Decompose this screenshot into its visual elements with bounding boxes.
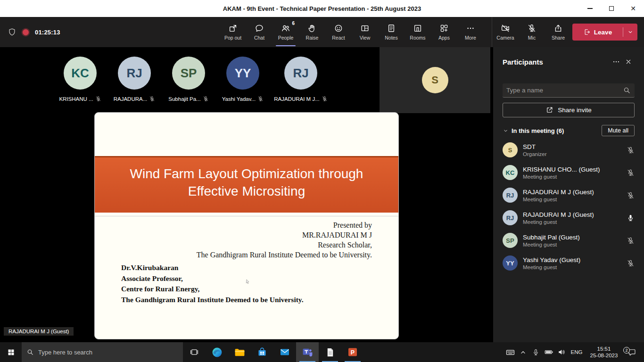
share-invite-label: Share invite (558, 107, 591, 114)
participant-role: Meeting guest (523, 242, 627, 247)
edge-icon (211, 346, 223, 358)
more-button[interactable]: More (457, 17, 484, 47)
panel-close-button[interactable] (622, 56, 635, 68)
button-label: Rooms (410, 35, 425, 41)
task-view-icon (190, 347, 199, 357)
mic-muted-icon[interactable] (627, 146, 635, 154)
button-label: Notes (385, 35, 397, 41)
participant-row[interactable]: KC KRISHANU CHO... (Guest) Meeting guest (503, 161, 635, 184)
participant-search[interactable] (503, 83, 635, 98)
file-explorer-icon (234, 346, 246, 358)
leave-options-button[interactable] (623, 29, 637, 35)
button-label: Share (552, 35, 565, 41)
view-button[interactable]: View (352, 17, 378, 47)
edge-button[interactable] (206, 342, 228, 362)
document-app-button[interactable] (319, 342, 341, 362)
react-button[interactable]: React (325, 17, 352, 47)
panel-more-button[interactable] (610, 56, 622, 68)
microphone-icon (532, 348, 540, 356)
teams-button[interactable] (296, 342, 319, 362)
notification-badge: 2 (623, 347, 630, 354)
touch-keyboard-button[interactable] (504, 342, 517, 362)
mic-button[interactable]: Mic (519, 17, 545, 47)
participant-tile[interactable]: KC KRISHANU ... (53, 52, 107, 102)
avatar: RJ (284, 57, 317, 90)
mic-muted-icon[interactable] (627, 169, 635, 177)
raise-hand-button[interactable]: Raise (299, 17, 325, 47)
avatar: YY (503, 255, 518, 271)
clock[interactable]: 15:51 25-08-2023 (586, 346, 622, 359)
participant-row[interactable]: RJ RAJADURAI M J (Guest) Meeting guest (503, 184, 635, 206)
participant-name: RAJADURAI M J (Guest) (523, 189, 627, 196)
minimize-button[interactable] (579, 0, 601, 17)
avatar: S (422, 67, 448, 93)
popout-icon (228, 24, 238, 33)
recording-icon (23, 29, 29, 35)
teams-icon (302, 346, 314, 358)
avatar: KC (64, 57, 97, 90)
participant-role: Meeting guest (523, 219, 627, 225)
volume-button[interactable] (555, 342, 568, 362)
participant-name: SDT (523, 143, 627, 150)
participant-row[interactable]: SP Subhajit Pal (Guest) Meeting guest (503, 229, 635, 252)
in-meeting-section-label[interactable]: In this meeting (6) (512, 127, 564, 134)
slide-presented-by-block: Presented by MR.RAJADURAI M J Research S… (197, 220, 372, 260)
store-button[interactable] (251, 342, 273, 362)
mic-muted-icon (257, 96, 264, 102)
mute-all-button[interactable]: Mute all (602, 125, 635, 136)
battery-button[interactable] (542, 342, 555, 362)
mouse-cursor (245, 279, 251, 285)
leave-button[interactable]: Leave (572, 24, 637, 41)
participant-tile[interactable]: YY Yashi Yadav... (216, 52, 270, 102)
slide-title-banner: Wind Farm Layout Optimization through Ef… (95, 156, 398, 213)
people-button[interactable]: 6 People (272, 17, 299, 47)
mic-muted-icon[interactable] (627, 237, 635, 245)
participant-row[interactable]: S SDT Organizer (503, 139, 635, 161)
tray-mic-button[interactable] (529, 342, 542, 362)
powerpoint-button[interactable]: P (341, 342, 364, 362)
participant-name: Yashi Yadav... (222, 96, 256, 102)
share-button[interactable]: Share (545, 17, 571, 47)
show-hidden-icons-button[interactable] (517, 342, 529, 362)
participant-tile[interactable]: RJ RAJADURA... (107, 52, 161, 102)
taskbar-search-input[interactable] (38, 349, 178, 356)
section-chevron-icon[interactable] (503, 128, 509, 134)
chat-button[interactable]: Chat (246, 17, 272, 47)
action-center-button[interactable]: 2 (622, 348, 641, 357)
windows-logo-icon (7, 348, 15, 356)
participant-search-input[interactable] (506, 87, 623, 94)
notes-icon (387, 24, 396, 33)
battery-icon (544, 347, 553, 357)
mic-off-icon (527, 24, 537, 33)
taskbar-search[interactable] (22, 342, 183, 362)
camera-button[interactable]: Camera (492, 17, 519, 47)
rooms-button[interactable]: Rooms (405, 17, 431, 47)
mic-muted-icon[interactable] (627, 259, 635, 267)
apps-button[interactable]: Apps (431, 17, 457, 47)
button-label: React (332, 35, 345, 41)
mail-button[interactable] (273, 342, 296, 362)
file-explorer-button[interactable] (228, 342, 251, 362)
task-view-button[interactable] (183, 342, 206, 362)
maximize-button[interactable] (601, 0, 622, 17)
leave-button-main[interactable]: Leave (572, 28, 623, 36)
participant-tile[interactable]: RJ RAJADURAI M J... (270, 52, 331, 102)
close-button[interactable]: ✕ (622, 0, 644, 17)
popout-button[interactable]: Pop out (220, 17, 246, 47)
participant-row[interactable]: RJ RAJADURAI M J (Guest) Meeting guest (503, 206, 635, 229)
participant-list: S SDT Organizer KC KRISHANU CHO... (Gues… (503, 139, 635, 274)
more-icon (466, 24, 475, 33)
share-invite-button[interactable]: Share invite (503, 103, 635, 117)
avatar: RJ (503, 188, 518, 203)
mic-muted-icon[interactable] (627, 191, 635, 199)
participant-tile[interactable]: SP Subhajit Pa... (162, 52, 215, 102)
notes-button[interactable]: Notes (378, 17, 405, 47)
start-button[interactable] (0, 342, 22, 362)
mic-on-icon[interactable] (627, 214, 635, 222)
presenter-name-label: RAJADURAI M J (Guest) (4, 327, 74, 336)
participant-row[interactable]: YY Yashi Yadav (Guest) Meeting guest (503, 252, 635, 274)
button-label: View (360, 35, 371, 41)
chat-icon (255, 24, 264, 33)
language-indicator[interactable]: ENG (568, 349, 586, 355)
organizer-video-tile[interactable]: S (380, 47, 490, 113)
